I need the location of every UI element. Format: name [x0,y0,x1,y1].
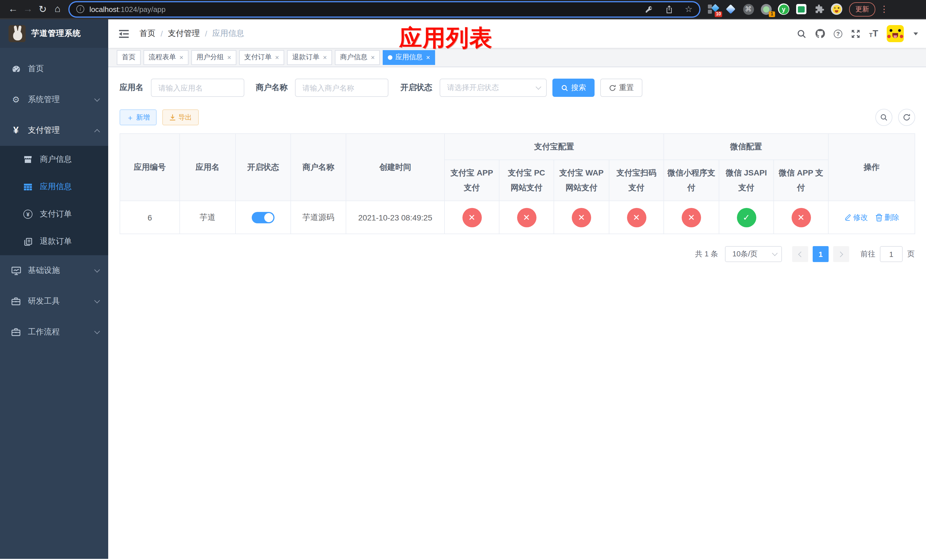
sidebar-item-label: 系统管理 [28,95,95,105]
toolbox-icon [11,297,21,305]
tab-merchant-info[interactable]: 商户信息× [335,50,380,65]
goto-page-input[interactable] [880,246,903,262]
col-ops: 操作 [828,133,915,201]
sidebar-item-system[interactable]: ⚙ 系统管理 [0,84,108,115]
breadcrumb-home[interactable]: 首页 [139,29,156,39]
sidebar-item-dev-tools[interactable]: 研发工具 [0,286,108,317]
delete-button[interactable]: 删除 [875,212,899,222]
page-number-current[interactable]: 1 [813,246,829,262]
annotation-title: 应用列表 [399,22,493,53]
search-icon[interactable] [797,29,806,38]
close-icon[interactable]: × [227,53,231,61]
breadcrumb-payment[interactable]: 支付管理 [168,29,200,39]
cell-created: 2021-10-23 08:49:25 [346,201,445,234]
sidebar-item-payment-orders[interactable]: ¥ 支付订单 [0,201,108,228]
fullscreen-icon[interactable] [851,29,861,38]
col-app-id: 应用编号 [120,133,180,201]
active-dot-icon [388,55,392,59]
tab-label: 用户分组 [197,52,224,62]
tab-flow-form[interactable]: 流程表单× [144,50,189,65]
search-button[interactable]: 搜索 [552,79,595,97]
browser-reload-icon[interactable]: ↻ [35,2,50,17]
col-alipay-wap: 支付宝 WAP 网站支付 [554,160,609,201]
bookmark-star-icon[interactable]: ☆ [685,4,693,14]
address-bar[interactable]: i localhost:1024/pay/app ☆ [70,2,699,16]
tab-user-group[interactable]: 用户分组× [191,50,236,65]
enabled-switch[interactable] [252,212,274,223]
user-menu-caret-icon[interactable] [914,32,918,35]
tab-refund-orders[interactable]: 退款订单× [287,50,332,65]
pagination: 共 1 条 10条/页 1 前往 页 [120,246,915,262]
breadcrumb: 首页 / 支付管理 / 应用信息 [139,29,244,39]
app-name-input[interactable] [151,79,244,97]
toolbar-right [875,109,915,126]
page-size-select[interactable]: 10条/页 [725,246,782,262]
sidebar-logo[interactable]: 芋道管理系统 [0,20,108,48]
merchant-name-label: 商户名称 [256,83,287,93]
apps-table: 应用编号 应用名 开启状态 商户名称 创建时间 支付宝配置 微信配置 操作 支付… [120,133,915,234]
profile-avatar-icon[interactable] [831,3,842,15]
sidebar-item-label: 基础设施 [28,265,95,276]
extension-command-icon[interactable]: ⌘ [743,3,754,15]
col-app-name: 应用名 [180,133,236,201]
tab-label: 流程表单 [149,52,176,62]
extension-y-icon[interactable]: y [778,3,789,15]
add-button[interactable]: ＋ 新增 [120,109,157,125]
sidebar-item-infrastructure[interactable]: 基础设施 [0,255,108,286]
site-info-icon[interactable]: i [76,5,84,13]
table-row: 6 芋道 芋道源码 2021-10-23 08:49:25 ✕ ✕ ✕ [120,201,915,234]
sidebar-item-workflow[interactable]: 工作流程 [0,317,108,348]
cell-wechat-app: ✕ [774,201,828,234]
close-icon[interactable]: × [426,53,430,61]
sidebar-item-label: 支付管理 [28,125,95,136]
extension-kite-icon[interactable] [725,3,736,15]
share-icon[interactable] [665,5,673,14]
top-navbar: 首页 / 支付管理 / 应用信息 ? [108,20,926,48]
sidebar-collapse-icon[interactable] [117,27,131,40]
extension-pin-icon[interactable]: 10 [707,3,719,15]
select-placeholder: 请选择开启状态 [447,83,499,93]
sidebar-item-merchant-info[interactable]: 商户信息 [0,146,108,173]
toggle-search-button[interactable] [875,109,893,126]
edit-button[interactable]: 修改 [844,212,868,222]
browser-toolbar: ← → ↻ ⌂ i localhost:1024/pay/app ☆ 10 ⌘ [0,0,926,20]
merchant-name-input[interactable] [295,79,388,97]
browser-menu-icon[interactable]: ⋮ [880,4,888,14]
browser-forward-icon[interactable]: → [21,2,35,17]
next-page-button[interactable] [833,246,849,262]
font-size-icon[interactable]: TT [869,29,878,38]
extensions-puzzle-icon[interactable] [813,3,825,15]
close-icon[interactable]: × [323,53,327,61]
extension-chat-icon[interactable] [796,3,807,15]
tab-home[interactable]: 首页 [117,50,141,65]
sidebar-item-payment[interactable]: ¥ 支付管理 [0,115,108,146]
tab-label: 退款订单 [292,52,319,62]
github-icon[interactable] [815,29,825,39]
help-icon[interactable]: ? [834,29,842,38]
extension-proxy-icon[interactable]: 1 [760,3,772,15]
reset-button[interactable]: 重置 [600,79,642,97]
status-select[interactable]: 请选择开启状态 [440,79,547,97]
chevron-down-icon [94,328,100,334]
password-key-icon[interactable] [645,5,653,14]
browser-home-icon[interactable]: ⌂ [50,2,65,17]
chevron-left-icon [798,251,804,257]
sidebar-item-home[interactable]: 首页 [0,53,108,84]
close-icon[interactable]: × [371,53,375,61]
refresh-button[interactable] [898,109,915,126]
sidebar-item-app-info[interactable]: 应用信息 [0,173,108,201]
browser-update-button[interactable]: 更新 [849,2,875,16]
export-button[interactable]: 导出 [162,109,199,125]
browser-back-icon[interactable]: ← [6,2,21,17]
tags-view: 首页 流程表单× 用户分组× 支付订单× 退款订单× 商户信息× 应用信息× [108,48,926,67]
grid-icon [23,182,33,191]
user-avatar[interactable] [887,25,904,42]
sidebar-item-refund-orders[interactable]: 退款订单 [0,228,108,255]
col-alipay-pc: 支付宝 PC 网站支付 [499,160,554,201]
yen-icon: ¥ [11,125,21,136]
close-icon[interactable]: × [179,53,183,61]
prev-page-button[interactable] [792,246,808,262]
url-text[interactable]: localhost:1024/pay/app [89,5,632,14]
close-icon[interactable]: × [275,53,279,61]
tab-payment-orders[interactable]: 支付订单× [239,50,284,65]
